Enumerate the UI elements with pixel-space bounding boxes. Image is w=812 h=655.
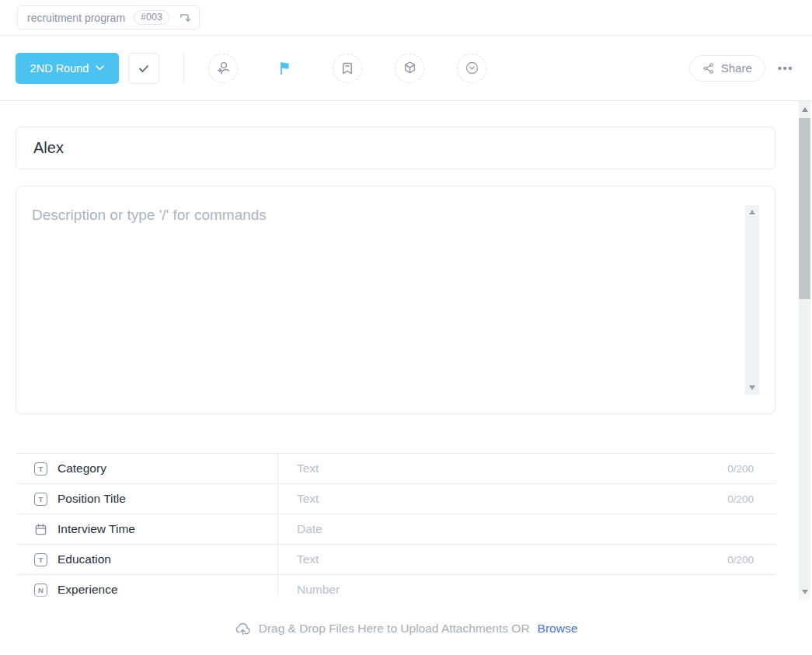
field-label-cell[interactable]: N Experience [16,575,278,602]
mark-complete-button[interactable] [128,53,159,84]
description-editor[interactable]: Description or type '/' for commands [16,186,775,414]
description-scrollbar[interactable] [745,205,759,395]
scroll-down-icon[interactable] [749,385,755,390]
field-value-input[interactable]: Text 0/200 [278,484,775,514]
text-field-icon: T [34,493,47,506]
field-value-input[interactable]: Text 0/200 [278,454,775,483]
priority-flag-icon [277,61,293,76]
bookmark-button[interactable] [333,54,362,83]
custom-field-row: T Position Title Text 0/200 [16,484,775,514]
field-value-placeholder: Text [297,492,727,506]
page-scrollbar-thumb[interactable] [799,118,810,299]
chevron-circle-icon [464,60,480,76]
task-title: Alex [33,139,64,157]
field-value-input[interactable]: Text 0/200 [278,545,775,574]
task-title-input[interactable]: Alex [16,127,775,169]
text-field-icon: T [34,553,47,566]
field-label-cell[interactable]: Interview Time [16,514,278,544]
field-label: Position Title [58,492,126,506]
bookmark-icon [340,61,355,76]
custom-fields-table: T Category Text 0/200 T Position Title T… [16,453,775,602]
custom-field-row: N Experience Number [16,575,775,602]
attachments-dropzone[interactable]: Drag & Drop Files Here to Upload Attachm… [0,602,812,655]
check-icon [137,61,151,75]
field-char-counter: 0/200 [727,554,754,566]
field-label-cell[interactable]: T Position Title [16,484,278,514]
field-label: Interview Time [58,522,135,536]
field-value-placeholder: Date [297,522,754,536]
cloud-upload-icon [235,622,251,636]
number-field-icon: N [34,584,47,597]
toolbar: 2ND Round [0,36,812,101]
field-value-placeholder: Number [297,583,754,597]
page-scrollbar[interactable] [799,101,810,602]
task-id-badge: #003 [134,10,169,25]
breadcrumb[interactable]: recruitment program #003 [17,5,200,30]
dependencies-cube-button[interactable] [395,54,424,83]
more-menu-button[interactable]: ••• [778,61,793,75]
add-assignee-icon [215,60,232,76]
field-char-counter: 0/200 [727,463,754,475]
field-label: Category [58,462,106,476]
share-icon [702,62,715,75]
breadcrumb-bar: recruitment program #003 [0,0,812,36]
page-scroll-up-icon[interactable] [802,107,808,112]
field-char-counter: 0/200 [727,493,754,505]
browse-link[interactable]: Browse [538,622,578,636]
field-value-placeholder: Text [297,462,727,476]
status-label: 2ND Round [30,62,89,75]
field-value-input[interactable]: Date [278,514,775,544]
field-label: Experience [58,583,118,597]
status-chevron-button[interactable] [457,54,486,83]
field-label-cell[interactable]: T Category [16,454,278,483]
field-value-placeholder: Text [297,552,727,566]
move-task-icon[interactable] [178,11,191,24]
page-scroll-down-icon[interactable] [802,590,808,594]
description-placeholder: Description or type '/' for commands [32,207,267,224]
date-field-icon [34,523,47,536]
scroll-up-icon[interactable] [749,210,755,214]
field-value-input[interactable]: Number [278,575,775,602]
custom-field-row: Interview Time Date [16,514,775,545]
share-button[interactable]: Share [689,55,765,82]
add-assignee-button[interactable] [208,54,238,83]
breadcrumb-list-name: recruitment program [27,12,125,24]
field-label-cell[interactable]: T Education [16,545,278,574]
field-label: Education [58,552,111,566]
text-field-icon: T [34,462,47,476]
cube-icon [402,60,418,76]
task-panel: Alex Description or type '/' for command… [0,101,812,602]
share-label: Share [721,61,752,75]
custom-field-row: T Education Text 0/200 [16,545,775,575]
priority-flag-button[interactable] [270,54,300,83]
chevron-down-icon [96,65,104,71]
dropzone-text: Drag & Drop Files Here to Upload Attachm… [259,622,530,636]
toolbar-divider [183,54,184,82]
status-dropdown-button[interactable]: 2ND Round [16,53,119,84]
custom-field-row: T Category Text 0/200 [16,454,775,484]
